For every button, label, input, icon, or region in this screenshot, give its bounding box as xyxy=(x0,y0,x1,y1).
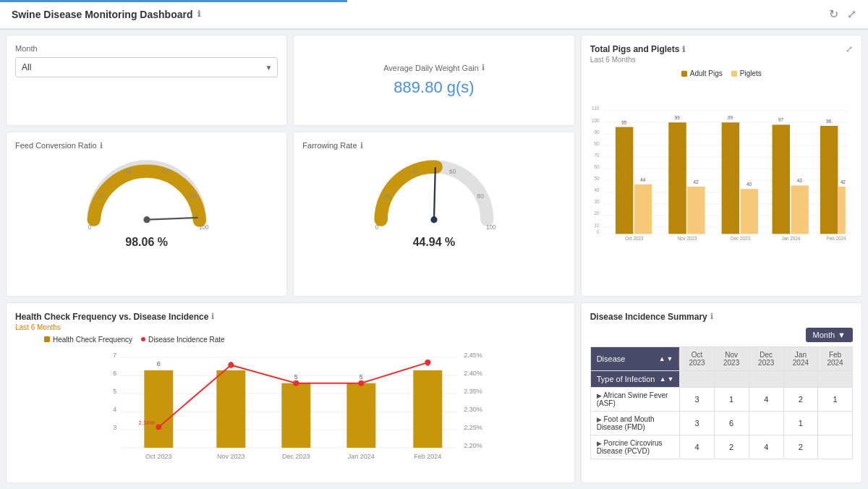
svg-text:2.25%: 2.25% xyxy=(464,424,482,431)
svg-text:4: 4 xyxy=(113,406,116,413)
weight-gain-card: Average Daily Weight Gain ℹ 889.80 g(s) xyxy=(293,35,574,126)
svg-point-88 xyxy=(228,362,234,367)
svg-text:20: 20 xyxy=(97,193,104,200)
table-row: ▶ Foot and Mouth Disease (FMD) 3 6 1 xyxy=(590,411,852,435)
fcr-gauge-svg: 0 20 40 60 80 100 xyxy=(75,153,219,233)
farrowing-gauge: 0 20 40 60 80 100 44.94 % xyxy=(302,153,565,249)
svg-text:60: 60 xyxy=(449,168,456,174)
farrowing-gauge-svg: 0 20 40 60 80 100 xyxy=(362,153,506,233)
pigs-info-icon[interactable]: ℹ xyxy=(682,45,685,54)
disease-sort-desc[interactable]: ▼ xyxy=(667,355,673,362)
svg-text:Oct 2023: Oct 2023 xyxy=(625,236,644,241)
piglets-legend: Piglets xyxy=(731,69,762,77)
svg-text:6: 6 xyxy=(157,360,161,367)
svg-text:Dec 2023: Dec 2023 xyxy=(731,236,750,241)
dashboard: Month All Oct 2023 Nov 2023 Dec 2023 Jan… xyxy=(0,29,868,489)
svg-text:3: 3 xyxy=(113,424,116,431)
type-sort-asc[interactable]: ▲ xyxy=(660,375,666,383)
svg-text:97: 97 xyxy=(778,117,783,122)
weight-title: Average Daily Weight Gain ℹ xyxy=(383,63,485,72)
table-row: ▶ Porcine Circovirus Disease (PCVD) 4 2 … xyxy=(590,435,852,459)
header: Swine Disease Monitoring Dashboard ℹ ↻ ⤢ xyxy=(0,0,868,29)
svg-point-65 xyxy=(430,216,437,223)
svg-text:0: 0 xyxy=(88,224,92,230)
month-filter-button[interactable]: Month ▼ xyxy=(806,328,853,342)
adult-pigs-dot xyxy=(681,71,687,77)
farrowing-info-icon[interactable]: ℹ xyxy=(360,141,363,150)
disease-col-header: Disease xyxy=(597,354,626,363)
svg-text:50: 50 xyxy=(594,176,599,181)
month-select-wrapper: All Oct 2023 Nov 2023 Dec 2023 Jan 2024 … xyxy=(15,57,278,77)
page-title: Swine Disease Monitoring Dashboard xyxy=(12,9,193,20)
svg-text:99: 99 xyxy=(728,115,733,120)
svg-text:0: 0 xyxy=(375,224,379,230)
type-sort-desc[interactable]: ▼ xyxy=(668,375,674,383)
month-select[interactable]: All Oct 2023 Nov 2023 Dec 2023 Jan 2024 … xyxy=(15,57,278,77)
svg-text:2.35%: 2.35% xyxy=(464,388,482,395)
svg-line-64 xyxy=(434,168,435,219)
svg-rect-77 xyxy=(144,370,173,448)
fcr-value: 98.06 % xyxy=(125,236,168,249)
svg-rect-44 xyxy=(838,187,845,234)
fcr-gauge: 0 20 40 60 80 100 98.06 % xyxy=(15,153,278,249)
month-filter-card: Month All Oct 2023 Nov 2023 Dec 2023 Jan… xyxy=(6,35,287,126)
svg-rect-26 xyxy=(634,184,651,234)
svg-rect-85 xyxy=(413,370,442,448)
refresh-icon[interactable]: ↻ xyxy=(829,7,838,21)
svg-text:Jan 2024: Jan 2024 xyxy=(348,453,375,460)
svg-text:40: 40 xyxy=(412,168,420,174)
svg-text:30: 30 xyxy=(594,199,599,204)
svg-line-56 xyxy=(147,218,197,220)
header-info-icon[interactable]: ℹ xyxy=(197,9,200,19)
svg-text:20: 20 xyxy=(384,193,391,200)
svg-text:Jan 2024: Jan 2024 xyxy=(781,236,800,241)
health-subtitle: Last 6 Months xyxy=(15,323,566,331)
farrowing-title: Farrowing Rate ℹ xyxy=(302,141,565,150)
fcr-info-icon[interactable]: ℹ xyxy=(100,141,103,150)
fcr-card: Feed Conversion Ratio ℹ 0 20 40 60 80 10… xyxy=(6,132,287,297)
svg-rect-30 xyxy=(687,187,705,234)
health-title: Health Check Frequency vs. Disease Incid… xyxy=(15,312,208,322)
disease-title: Disease Incidence Summary xyxy=(590,312,707,322)
svg-text:2.18%: 2.18% xyxy=(138,420,155,426)
type-col-header: Type of Infection xyxy=(597,375,655,383)
svg-rect-40 xyxy=(820,126,838,234)
svg-text:2.30%: 2.30% xyxy=(464,406,482,413)
svg-text:100: 100 xyxy=(199,224,209,230)
svg-rect-32 xyxy=(721,122,739,234)
svg-text:80: 80 xyxy=(477,193,485,200)
expand-icon[interactable]: ⤢ xyxy=(847,7,856,21)
weight-info-icon[interactable]: ℹ xyxy=(482,63,485,72)
disease-info-icon[interactable]: ℹ xyxy=(710,312,713,321)
disease-sort-asc[interactable]: ▲ xyxy=(659,355,665,362)
rate-legend: Disease Incidence Rate xyxy=(141,336,225,344)
svg-text:10: 10 xyxy=(594,223,599,228)
asf-expand-btn[interactable]: ▶ xyxy=(597,392,602,399)
svg-text:40: 40 xyxy=(746,182,752,187)
adult-pigs-legend: Adult Pigs xyxy=(681,69,723,77)
farrowing-value: 44.94 % xyxy=(413,236,456,249)
svg-text:2.45%: 2.45% xyxy=(464,352,482,359)
svg-point-87 xyxy=(156,424,161,430)
nov-col-header: Nov 2023 xyxy=(714,346,749,370)
piglets-dot xyxy=(731,71,737,77)
svg-text:100: 100 xyxy=(486,224,496,230)
svg-rect-28 xyxy=(668,122,686,234)
svg-rect-83 xyxy=(346,383,375,447)
svg-text:Nov 2023: Nov 2023 xyxy=(217,453,245,460)
svg-text:42: 42 xyxy=(693,179,698,184)
pigs-expand-icon[interactable]: ⤢ xyxy=(846,44,853,54)
svg-rect-24 xyxy=(616,127,633,234)
svg-text:5: 5 xyxy=(294,373,298,380)
pigs-card: Total Pigs and Piglets ℹ Last 6 Months ⤢… xyxy=(581,35,862,297)
svg-text:44: 44 xyxy=(640,177,645,182)
svg-point-91 xyxy=(425,360,430,365)
svg-text:42: 42 xyxy=(841,179,846,184)
health-info-icon[interactable]: ℹ xyxy=(211,312,214,321)
dec-col-header: Dec 2023 xyxy=(749,346,783,370)
health-chart-svg: 7 6 5 4 3 6 xyxy=(15,346,566,462)
fmd-expand-btn[interactable]: ▶ xyxy=(597,416,602,423)
svg-text:Feb 2024: Feb 2024 xyxy=(827,236,846,241)
farrowing-card: Farrowing Rate ℹ 0 20 40 60 80 100 xyxy=(293,132,574,297)
pcvd-expand-btn[interactable]: ▶ xyxy=(597,440,602,447)
